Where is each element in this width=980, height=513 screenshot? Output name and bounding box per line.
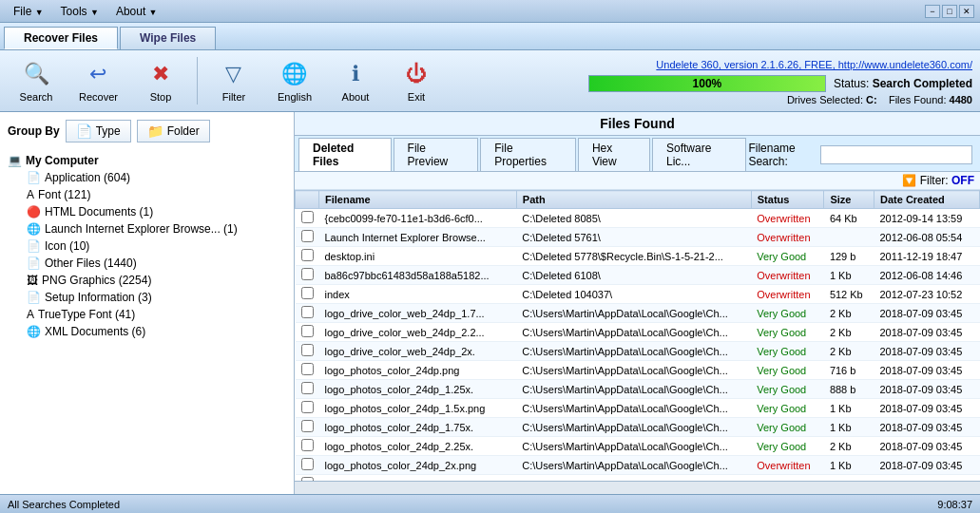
filter-off[interactable]: OFF: [951, 174, 974, 187]
cell-status: Overwritten: [751, 266, 824, 285]
inner-tab-4[interactable]: Software Lic...: [652, 138, 746, 171]
exit-icon: ⏻: [401, 59, 432, 89]
tree-item-label: Application (604): [45, 171, 130, 184]
row-checkbox[interactable]: [301, 211, 314, 223]
row-checkbox[interactable]: [301, 306, 314, 318]
tree-item-label: Icon (10): [45, 239, 89, 253]
row-checkbox[interactable]: [301, 439, 314, 451]
table-row[interactable]: indexC:\Deleted 104037\Overwritten512 Kb…: [296, 285, 980, 304]
cell-path: C:\Deleted 104037\: [516, 285, 751, 304]
tree-item[interactable]: 🌐Launch Internet Explorer Browse... (1): [23, 220, 290, 238]
col-header-1[interactable]: Filename: [319, 191, 517, 209]
group-by-type-button[interactable]: 📄 Type: [66, 120, 131, 142]
inner-tab-3[interactable]: Hex View: [578, 138, 650, 171]
row-checkbox[interactable]: [301, 363, 314, 375]
table-row[interactable]: Launch Internet Explorer Browse...C:\Del…: [296, 228, 980, 247]
cell-path: C:\Users\Martin\AppData\Local\Google\Ch.…: [516, 399, 751, 418]
minimize-button[interactable]: −: [925, 5, 940, 18]
table-row[interactable]: {cebc0099-fe70-11e1-b3d6-6cf0...C:\Delet…: [296, 209, 980, 228]
col-header-0[interactable]: [296, 191, 319, 209]
table-row[interactable]: logo_photos_color_24dp_2x.pngC:\Users\Ma…: [296, 456, 980, 475]
col-header-2[interactable]: Path: [516, 191, 751, 209]
filename-search-label: Filename Search:: [748, 142, 817, 168]
cell-status: Overwritten: [751, 285, 824, 304]
maximize-button[interactable]: □: [942, 5, 957, 18]
tree-item-icon: 🔴: [27, 205, 41, 218]
table-row[interactable]: logo_photos_color_24dp_1.75x.C:\Users\Ma…: [296, 418, 980, 437]
cell-path: C:\Users\Martin\AppData\Local\Google\Ch.…: [516, 323, 751, 342]
table-row[interactable]: ba86c97bbc61483d58a188a5182...C:\Deleted…: [296, 266, 980, 285]
inner-tabbar: Deleted FilesFile PreviewFile Properties…: [295, 136, 980, 172]
cell-status: Overwritten: [751, 456, 824, 475]
cell-size: 64 Kb: [824, 209, 874, 228]
row-checkbox[interactable]: [301, 420, 314, 432]
cell-date: 2018-07-09 03:45: [874, 361, 979, 380]
inner-tab-0[interactable]: Deleted Files: [298, 138, 392, 171]
inner-tab-1[interactable]: File Preview: [394, 138, 479, 171]
tree-item-icon: 🌐: [27, 222, 41, 236]
about-button[interactable]: ℹ About: [327, 54, 384, 107]
stop-button[interactable]: ✖ Stop: [132, 54, 189, 107]
table-row[interactable]: logo_drive_color_web_24dp_2x.C:\Users\Ma…: [296, 342, 980, 361]
cell-path: C:\Deleted 5778\$Recycle.Bin\S-1-5-21-2.…: [516, 247, 751, 266]
row-checkbox[interactable]: [301, 382, 314, 394]
row-checkbox[interactable]: [301, 268, 314, 280]
search-button[interactable]: 🔍 Search: [8, 54, 65, 107]
tree-item-label: HTML Documents (1): [45, 205, 153, 218]
cell-path: C:\Deleted 5761\: [516, 228, 751, 247]
filter-button[interactable]: ▽ Filter: [205, 54, 262, 107]
row-checkbox[interactable]: [301, 401, 314, 413]
group-by-folder-button[interactable]: 📁 Folder: [137, 120, 210, 142]
tree-item-label: PNG Graphics (2254): [42, 274, 151, 287]
row-checkbox[interactable]: [301, 458, 314, 470]
table-row[interactable]: logo_photos_color_24dp_2.25x.C:\Users\Ma…: [296, 437, 980, 456]
tab-wipe[interactable]: Wipe Files: [120, 27, 216, 49]
tree-item[interactable]: 📄Setup Information (3): [23, 289, 290, 306]
col-header-5[interactable]: Date Created: [874, 191, 979, 209]
tree-item[interactable]: ATrueType Font (41): [23, 306, 290, 323]
row-checkbox[interactable]: [301, 287, 314, 299]
table-row[interactable]: logo_photos_color_24dp.pngC:\Users\Marti…: [296, 361, 980, 380]
cell-date: 2012-06-08 05:54: [874, 228, 979, 247]
col-header-3[interactable]: Status: [751, 191, 824, 209]
product-link[interactable]: Undelete 360, version 2.1.6.26, FREE, ht…: [588, 56, 972, 73]
cell-path: C:\Users\Martin\AppData\Local\Google\Ch.…: [516, 437, 751, 456]
cell-size: 2 Kb: [824, 323, 874, 342]
exit-button[interactable]: ⏻ Exit: [388, 54, 445, 107]
table-row[interactable]: logo_photos_color_24dp_1.25x.C:\Users\Ma…: [296, 380, 980, 399]
row-checkbox[interactable]: [301, 325, 314, 337]
table-row[interactable]: logo_drive_color_web_24dp_1.7...C:\Users…: [296, 304, 980, 323]
english-button[interactable]: 🌐 English: [266, 54, 323, 107]
tree-item[interactable]: 🖼PNG Graphics (2254): [23, 272, 290, 289]
inner-tab-2[interactable]: File Properties: [480, 138, 576, 171]
table-row[interactable]: logo_drive_color_web_24dp_2.2...C:\Users…: [296, 323, 980, 342]
tree-item[interactable]: 📄Other Files (1440): [23, 255, 290, 272]
tree-item[interactable]: 📄Application (604): [23, 169, 290, 186]
tree-root[interactable]: 💻 My Computer: [4, 152, 290, 169]
cell-filename: logo_drive_color_web_24dp_1.7...: [319, 304, 517, 323]
filename-search-input[interactable]: [820, 145, 972, 164]
table-row[interactable]: logo_photos_color_24dp_1.5x.pngC:\Users\…: [296, 399, 980, 418]
horizontal-scrollbar[interactable]: [295, 481, 980, 494]
recover-button[interactable]: ↩ Recover: [68, 54, 128, 107]
cell-filename: ba86c97bbc61483d58a188a5182...: [319, 266, 517, 285]
row-checkbox[interactable]: [301, 344, 314, 356]
row-checkbox[interactable]: [301, 230, 314, 242]
group-by-label: Group By: [8, 124, 60, 138]
row-checkbox[interactable]: [301, 249, 314, 261]
tree-item[interactable]: 🌐XML Documents (6): [23, 323, 290, 340]
close-button[interactable]: ✕: [959, 5, 974, 18]
table-row[interactable]: desktop.iniC:\Deleted 5778\$Recycle.Bin\…: [296, 247, 980, 266]
file-table-wrapper[interactable]: FilenamePathStatusSizeDate Created {cebc…: [295, 190, 980, 481]
cell-date: 2012-09-14 13:59: [874, 209, 979, 228]
menu-about[interactable]: About ▼: [108, 3, 165, 20]
col-header-4[interactable]: Size: [824, 191, 874, 209]
tree-item[interactable]: AFont (121): [23, 186, 290, 203]
menu-file[interactable]: File ▼: [6, 3, 51, 20]
tree-item[interactable]: 🔴HTML Documents (1): [23, 203, 290, 220]
menu-tools[interactable]: Tools ▼: [53, 3, 106, 20]
tree-item[interactable]: 📄Icon (10): [23, 238, 290, 255]
tab-recover[interactable]: Recover Files: [4, 27, 118, 49]
cell-size: [824, 228, 874, 247]
tree-item-icon: 📄: [27, 256, 41, 270]
